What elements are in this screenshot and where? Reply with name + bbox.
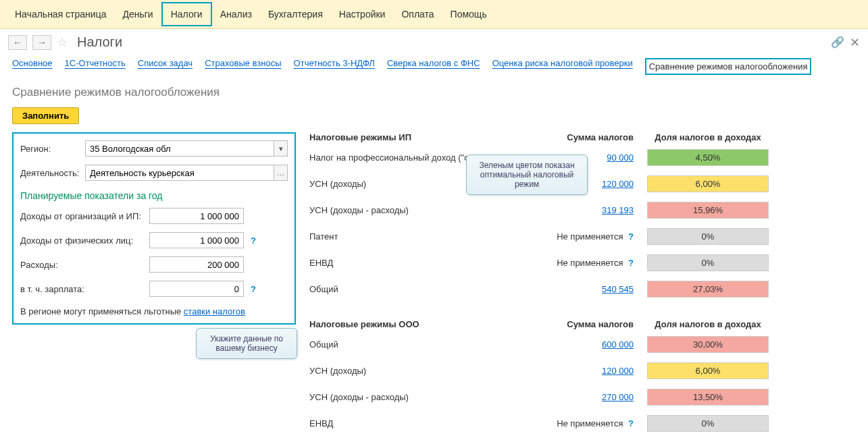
tax-name: ЕНВД [309,418,546,428]
region-input[interactable] [85,140,274,157]
back-button[interactable]: ← [8,35,27,50]
tax-sum: 319 193 [546,205,647,215]
tax-sum: Не применяется ? [546,418,647,428]
topbar: Начальная страница Деньги Налоги Анализ … [0,0,868,29]
salary-input[interactable] [149,281,244,297]
topbar-item-money[interactable]: Деньги [114,3,161,25]
tax-name: ЕНВД [309,258,546,268]
region-dropdown-button[interactable]: ▾ [274,140,288,157]
tax-share: 6,00% [647,175,769,192]
tax-share: 0% [647,254,769,271]
tax-name: Общий [309,339,546,350]
help-icon[interactable]: ? [251,235,256,246]
header-row: ← → ☆ Налоги 🔗 ✕ [0,29,868,55]
ip-header-name: Налоговые режимы ИП [309,132,546,142]
tax-sum-link[interactable]: 120 000 [602,366,634,376]
tax-sum-link[interactable]: 319 193 [602,205,634,215]
topbar-item-taxes[interactable]: Налоги [161,2,212,26]
tax-rates-link[interactable]: ставки налогов [184,306,245,316]
tax-sum: 120 000 [546,366,647,376]
expenses-label: Расходы: [20,260,145,270]
activity-select-button[interactable]: … [274,165,288,181]
income-ind-label: Доходы от физических лиц: [20,235,145,246]
topbar-item-accounting[interactable]: Бухгалтерия [260,3,331,25]
forward-button[interactable]: → [32,35,51,50]
tax-share: 0% [647,228,769,245]
income-org-input[interactable] [149,208,244,224]
ip-header-sum: Сумма налогов [546,132,647,142]
tax-name: УСН (доходы) [309,366,546,376]
tax-share: 0% [647,415,769,432]
subtab-tasks[interactable]: Список задач [138,58,193,75]
callout-inputs: Укажите данные по вашему бизнесу [196,328,297,359]
tax-name: Общий [309,284,546,294]
subtab-compare[interactable]: Сравнение режимов налогообложения [645,58,812,75]
tax-name: Патент [309,231,546,242]
tax-row: ЕНВДНе применяется ?0% [309,415,856,432]
subtab-fns[interactable]: Сверка налогов с ФНС [387,58,480,75]
planned-header: Планируемые показатели за год [20,190,288,201]
tax-row: УСН (доходы)120 0006,00% [309,362,856,379]
tax-sum-link[interactable]: 600 000 [602,339,634,350]
tax-share: 27,03% [647,281,769,298]
close-icon[interactable]: ✕ [850,35,860,50]
link-icon[interactable]: 🔗 [831,36,844,49]
favorite-icon[interactable]: ☆ [57,35,68,50]
help-icon[interactable]: ? [628,258,634,268]
tax-sum-link[interactable]: 120 000 [602,179,634,189]
region-label: Регион: [20,144,81,154]
activity-input[interactable] [85,165,274,181]
ooo-header-sum: Сумма налогов [546,319,647,329]
page-title: Налоги [77,34,122,50]
subtab-3ndfl[interactable]: Отчетность 3-НДФЛ [294,58,375,75]
income-ind-input[interactable] [149,232,244,248]
income-org-label: Доходы от организаций и ИП: [20,211,145,221]
tax-sum: Не применяется ? [546,231,647,242]
topbar-item-analysis[interactable]: Анализ [212,3,260,25]
tax-share: 6,00% [647,362,769,379]
help-icon[interactable]: ? [628,418,634,428]
tax-name: УСН (доходы - расходы) [309,392,546,402]
ooo-header-share: Доля налогов в доходах [647,319,769,329]
tax-sum-link[interactable]: 540 545 [602,284,634,294]
fill-button[interactable]: Заполнить [12,107,79,124]
salary-label: в т. ч. зарплата: [20,284,145,294]
topbar-item-settings[interactable]: Настройки [331,3,394,25]
topbar-item-home[interactable]: Начальная страница [7,3,114,25]
tax-row: Общий600 00030,00% [309,336,856,353]
tax-sum: Не применяется ? [546,258,647,268]
section-title: Сравнение режимов налогообложения [0,82,868,103]
tax-sum: 600 000 [546,339,647,350]
tax-sum: 540 545 [546,284,647,294]
tax-name: УСН (доходы - расходы) [309,205,546,215]
tax-sum-link[interactable]: 90 000 [607,152,634,163]
tax-row: ЕНВДНе применяется ?0% [309,254,856,271]
tax-share: 13,50% [647,389,769,406]
subtab-insurance[interactable]: Страховые взносы [205,58,281,75]
help-icon[interactable]: ? [251,284,256,294]
tax-row: ПатентНе применяется ?0% [309,228,856,245]
tax-share: 4,50% [647,149,769,166]
help-icon[interactable]: ? [628,231,634,242]
ip-header-share: Доля налогов в доходах [647,132,769,142]
topbar-item-payment[interactable]: Оплата [393,3,442,25]
subtab-risk[interactable]: Оценка риска налоговой проверки [492,58,633,75]
subtab-main[interactable]: Основное [12,58,53,75]
ooo-header-name: Налоговые режимы ООО [309,319,546,329]
tax-sum: 270 000 [546,392,647,402]
tax-share: 30,00% [647,336,769,353]
expenses-input[interactable] [149,256,244,273]
tax-share: 15,96% [647,202,769,219]
subtabs: Основное 1С-Отчетность Список задач Стра… [0,55,868,82]
callout-green: Зеленым цветом показан оптимальный налог… [466,155,588,195]
subtab-1c[interactable]: 1С-Отчетность [65,58,126,75]
activity-label: Деятельность: [20,168,81,178]
footnote: В регионе могут применяться льготные ста… [20,306,288,316]
input-panel: Регион: ▾ Деятельность: … Планируемые по… [12,132,296,325]
tax-row: Общий540 54527,03% [309,281,856,298]
tax-sum-link[interactable]: 270 000 [602,392,634,402]
tax-row: УСН (доходы - расходы)270 00013,50% [309,389,856,406]
topbar-item-help[interactable]: Помощь [442,3,495,25]
tax-row: УСН (доходы - расходы)319 19315,96% [309,202,856,219]
